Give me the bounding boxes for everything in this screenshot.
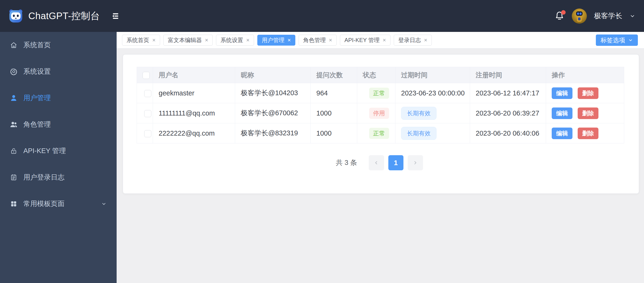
next-page-button[interactable] bbox=[408, 155, 423, 170]
tabbar: 系统首页× 富文本编辑器× 系统设置× 用户管理× 角色管理× API-KEY … bbox=[116, 32, 644, 49]
app-title: ChatGPT-控制台 bbox=[28, 10, 100, 23]
tab-label: 登录日志 bbox=[398, 36, 421, 44]
col-header-actions: 操作 bbox=[546, 67, 624, 83]
sidebar-item-label: 系统首页 bbox=[23, 40, 51, 50]
sidebar-item-apikey[interactable]: API-KEY 管理 bbox=[0, 138, 116, 164]
tab-apikey-management[interactable]: API-KEY 管理× bbox=[340, 35, 390, 46]
main-content: 用户名 昵称 提问次数 状态 过期时间 注册时间 操作 geekmaster 极… bbox=[116, 49, 644, 283]
edit-button[interactable]: 编辑 bbox=[552, 87, 572, 99]
col-header-registered: 注册时间 bbox=[470, 67, 546, 83]
sidebar-item-label: 常用模板页面 bbox=[23, 199, 64, 209]
user-table: 用户名 昵称 提问次数 状态 过期时间 注册时间 操作 geekmaster 极… bbox=[137, 67, 624, 143]
lock-icon bbox=[10, 147, 18, 155]
tab-label: 富文本编辑器 bbox=[168, 36, 202, 44]
cell-registered: 2023-06-20 06:39:27 bbox=[470, 103, 546, 123]
tabbar-fade bbox=[574, 32, 595, 49]
tab-richtext-editor[interactable]: 富文本编辑器× bbox=[163, 35, 213, 46]
user-table-card: 用户名 昵称 提问次数 状态 过期时间 注册时间 操作 geekmaster 极… bbox=[123, 54, 639, 194]
delete-button[interactable]: 删除 bbox=[578, 87, 598, 99]
cell-count: 1000 bbox=[311, 123, 357, 143]
log-icon bbox=[10, 174, 18, 181]
prev-page-button[interactable] bbox=[369, 155, 384, 170]
status-badge: 正常 bbox=[369, 88, 389, 99]
tab-label: API-KEY 管理 bbox=[344, 36, 380, 44]
sidebar-item-settings[interactable]: 系统设置 bbox=[0, 58, 116, 85]
sidebar-item-login-log[interactable]: 用户登录日志 bbox=[0, 164, 116, 191]
topbar-right: 极客学长 bbox=[554, 9, 636, 24]
close-icon[interactable]: × bbox=[288, 37, 291, 43]
page-number-button[interactable]: 1 bbox=[388, 155, 404, 170]
user-icon bbox=[10, 94, 18, 102]
grid-icon bbox=[10, 200, 18, 208]
status-badge: 停用 bbox=[369, 108, 389, 119]
chevron-right-icon bbox=[413, 160, 418, 165]
sidebar-item-label: 角色管理 bbox=[23, 120, 51, 129]
expiry-badge: 长期有效 bbox=[401, 107, 436, 120]
sidebar-item-home[interactable]: 系统首页 bbox=[0, 32, 116, 58]
gear-icon bbox=[10, 68, 18, 75]
table-header-row: 用户名 昵称 提问次数 状态 过期时间 注册时间 操作 bbox=[137, 67, 624, 83]
cell-username: 2222222@qq.com bbox=[153, 123, 235, 143]
tab-user-management[interactable]: 用户管理× bbox=[257, 35, 295, 46]
user-menu-chevron-down-icon[interactable] bbox=[629, 13, 636, 19]
edit-button[interactable]: 编辑 bbox=[552, 128, 572, 139]
delete-button[interactable]: 删除 bbox=[578, 128, 598, 139]
username[interactable]: 极客学长 bbox=[594, 11, 622, 21]
table-row: 2222222@qq.com 极客学长@832319 1000 正常 长期有效 … bbox=[137, 123, 624, 143]
tab-login-log[interactable]: 登录日志× bbox=[394, 35, 432, 46]
tab-label: 系统设置 bbox=[220, 36, 243, 44]
tag-options-button[interactable]: 标签选项 bbox=[596, 35, 638, 46]
col-header-count: 提问次数 bbox=[311, 67, 357, 83]
delete-button[interactable]: 删除 bbox=[578, 108, 598, 119]
sidebar-item-label: API-KEY 管理 bbox=[23, 146, 66, 156]
sidebar-collapse-icon[interactable] bbox=[111, 12, 120, 20]
cell-count: 1000 bbox=[311, 103, 357, 123]
cell-nickname: 极客学长@104203 bbox=[235, 83, 311, 103]
tab-settings[interactable]: 系统设置× bbox=[216, 35, 254, 46]
app-window: ChatGPT-控制台 bbox=[0, 0, 644, 283]
col-header-nickname: 昵称 bbox=[235, 67, 311, 83]
sidebar-item-templates[interactable]: 常用模板页面 bbox=[0, 191, 116, 217]
table-row: geekmaster 极客学长@104203 964 正常 2023-06-23… bbox=[137, 83, 624, 103]
sidebar-item-roles[interactable]: 角色管理 bbox=[0, 111, 116, 138]
col-header-username: 用户名 bbox=[153, 67, 235, 83]
tab-label: 角色管理 bbox=[303, 36, 326, 44]
table-row: 11111111@qq.com 极客学长@670062 1000 停用 长期有效… bbox=[137, 103, 624, 123]
sidebar-item-label: 用户管理 bbox=[23, 93, 51, 103]
close-icon[interactable]: × bbox=[205, 37, 208, 43]
app-logo-icon bbox=[8, 9, 23, 23]
pagination-total: 共 3 条 bbox=[336, 158, 357, 167]
sidebar-item-users[interactable]: 用户管理 bbox=[0, 85, 116, 111]
row-checkbox[interactable] bbox=[144, 90, 151, 97]
avatar[interactable] bbox=[572, 9, 587, 24]
home-icon bbox=[10, 41, 18, 49]
close-icon[interactable]: × bbox=[424, 37, 427, 43]
tab-role-management[interactable]: 角色管理× bbox=[299, 35, 337, 46]
edit-button[interactable]: 编辑 bbox=[552, 108, 572, 119]
close-icon[interactable]: × bbox=[383, 37, 386, 43]
chevron-down-icon bbox=[628, 38, 633, 43]
cell-username: 11111111@qq.com bbox=[153, 103, 235, 123]
notification-dot bbox=[561, 10, 566, 15]
tab-label: 用户管理 bbox=[262, 36, 284, 44]
close-icon[interactable]: × bbox=[246, 37, 250, 43]
tab-home[interactable]: 系统首页× bbox=[122, 35, 160, 46]
close-icon[interactable]: × bbox=[329, 37, 332, 43]
notification-bell-icon[interactable] bbox=[554, 11, 565, 22]
status-badge: 正常 bbox=[369, 128, 389, 139]
expiry-badge: 长期有效 bbox=[401, 127, 436, 140]
cell-registered: 2023-06-12 16:47:17 bbox=[470, 83, 546, 103]
pagination: 共 3 条 1 bbox=[137, 155, 624, 170]
select-all-checkbox[interactable] bbox=[142, 72, 150, 79]
sidebar-item-label: 系统设置 bbox=[23, 67, 51, 76]
cell-expiry: 2023-06-23 00:00:00 bbox=[396, 83, 470, 103]
row-checkbox[interactable] bbox=[144, 110, 151, 117]
col-header-status: 状态 bbox=[357, 67, 396, 83]
cell-nickname: 极客学长@832319 bbox=[235, 123, 311, 143]
chevron-down-icon bbox=[101, 201, 107, 207]
cell-registered: 2023-06-20 06:40:06 bbox=[470, 123, 546, 143]
close-icon[interactable]: × bbox=[152, 37, 156, 43]
cell-nickname: 极客学长@670062 bbox=[235, 103, 311, 123]
col-header-expiry: 过期时间 bbox=[396, 67, 470, 83]
row-checkbox[interactable] bbox=[144, 130, 151, 137]
